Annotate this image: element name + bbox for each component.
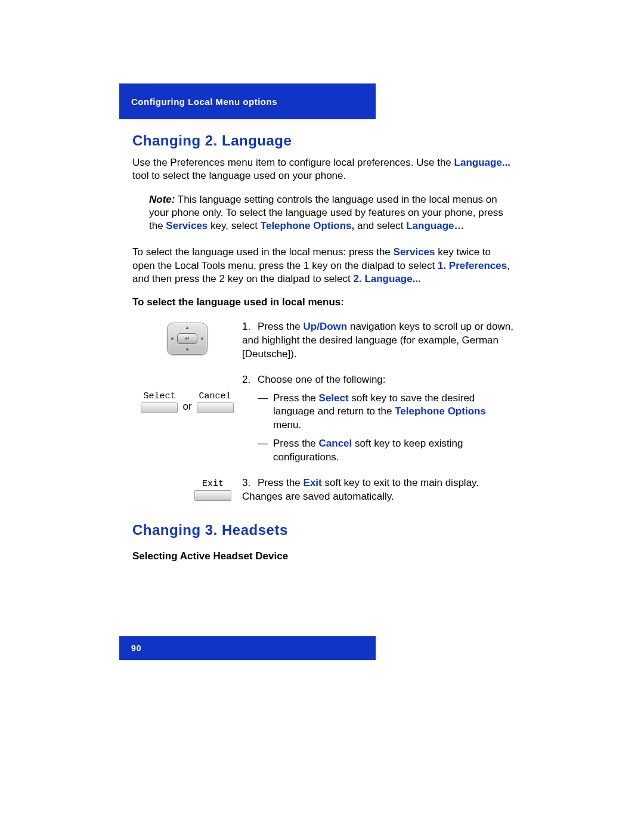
exit-button-icon [194, 490, 231, 501]
cancel-button-icon [197, 402, 234, 413]
nav-left-icon [171, 337, 174, 340]
step-3-number: 3. [242, 476, 258, 490]
step3-exit: Exit [304, 477, 322, 488]
step1-updown: Up/Down [304, 321, 348, 332]
step-3-row: Exit 3.Press the Exit soft key to exit t… [132, 476, 514, 504]
note-services: Services [166, 220, 208, 231]
nav-up-icon: ▲ [185, 325, 190, 330]
step2a-c: menu. [273, 419, 301, 431]
step-2-text: 2.Choose one of the following: — Press t… [242, 373, 514, 465]
step-1-number: 1. [242, 320, 258, 334]
step-1-text: 1.Press the Up/Down navigation keys to s… [242, 320, 514, 361]
language-link: Language... [454, 157, 510, 168]
note-telopt: Telephone Options, [261, 220, 354, 231]
para2-services: Services [394, 246, 435, 258]
para2-prefs: 1. Preferences [438, 260, 507, 271]
step2a-a: Press the [273, 392, 319, 404]
step2b-bullet: — Press the Cancel soft key to keep exis… [258, 437, 514, 465]
exit-label: Exit [202, 479, 224, 489]
page-content: Changing 2. Language Use the Preferences… [132, 132, 514, 574]
step-3-icon-col: Exit [132, 476, 242, 501]
step2b-cancel: Cancel [319, 438, 352, 449]
note-label: Note: [149, 194, 175, 205]
para2: To select the language used in the local… [132, 246, 514, 285]
para2-a: To select the language used in the local… [132, 246, 394, 258]
intro-paragraph: Use the Preferences menu item to configu… [132, 156, 514, 182]
page-header-bar: Configuring Local Menu options [119, 83, 376, 119]
section2-subheading: Selecting Active Headset Device [132, 550, 514, 562]
softkey-group: Select or Cancel [141, 391, 233, 413]
step-1-icon-col: ▲ ▼ ↵ [132, 320, 242, 355]
cancel-softkey: Cancel [197, 391, 234, 413]
nav-down-icon: ▼ [185, 347, 190, 352]
step2a-telopt: Telephone Options [395, 405, 486, 417]
step-2-icon-col: Select or Cancel [132, 373, 242, 413]
cancel-label: Cancel [199, 391, 231, 401]
intro-text-b: tool to select the language used on your… [132, 170, 346, 181]
para2-lang: 2. Language... [353, 273, 420, 284]
note-text-2: key, select [208, 220, 261, 231]
nav-right-icon [201, 337, 203, 340]
exit-softkey: Exit [194, 479, 231, 501]
page-header-title: Configuring Local Menu options [131, 97, 277, 107]
step2b-a: Press the [273, 438, 319, 449]
page-number: 90 [131, 643, 142, 653]
select-button-icon [141, 402, 178, 413]
page-footer-bar: 90 [119, 636, 376, 660]
step-1-row: ▲ ▼ ↵ 1.Press the Up/Down navigation key… [132, 320, 514, 361]
intro-text-a: Use the Preferences menu item to configu… [132, 157, 454, 168]
note-lang: Language… [406, 220, 464, 231]
dash-icon: — [258, 437, 273, 465]
note-block: Note: This language setting controls the… [149, 193, 514, 233]
or-label: or [182, 391, 191, 413]
step-3-text: 3.Press the Exit soft key to exit to the… [242, 476, 514, 504]
step2a-select: Select [319, 392, 349, 404]
step2a-bullet: — Press the Select soft key to save the … [258, 392, 514, 433]
step3-a: Press the [258, 477, 304, 488]
select-label: Select [143, 391, 175, 401]
note-text-3: and select [354, 220, 406, 231]
step-2-number: 2. [242, 373, 258, 387]
section1-heading: Changing 2. Language [132, 132, 514, 149]
step-2-row: Select or Cancel 2.Choose one of the fol… [132, 373, 514, 465]
select-softkey: Select [141, 391, 178, 413]
nav-center-icon: ↵ [177, 333, 197, 344]
navigation-pad-icon: ▲ ▼ ↵ [167, 323, 208, 355]
dash-icon: — [258, 392, 273, 433]
step2-text: Choose one of the following: [258, 374, 386, 385]
subheading: To select the language used in local men… [132, 296, 514, 308]
section2-heading: Changing 3. Headsets [132, 522, 514, 538]
step1-a: Press the [258, 321, 304, 332]
